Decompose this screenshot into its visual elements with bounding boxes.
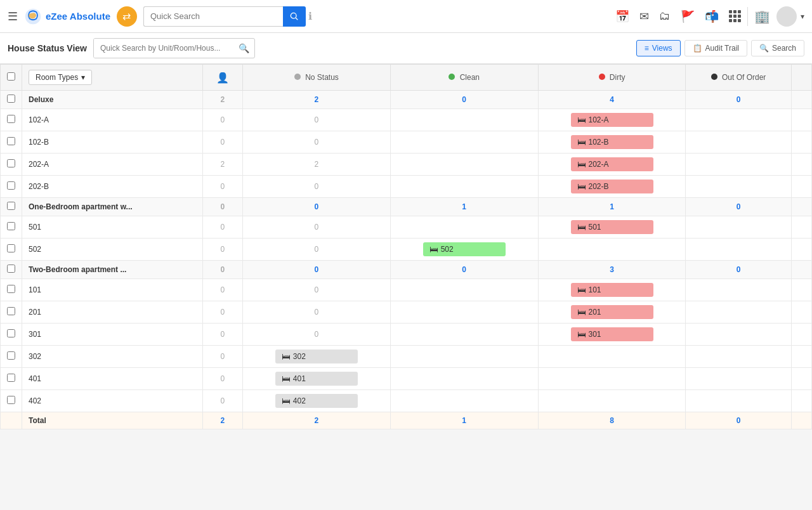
search-button[interactable]: 🔍 Search (751, 40, 804, 56)
house-status-table: Room Types ▾ 👤 No Status Clean (0, 64, 812, 429)
user-area[interactable]: ▾ (776, 6, 804, 27)
unit-search-wrap: 🔍 (93, 38, 255, 58)
group-nostatus: 0 (242, 198, 390, 216)
row-checkbox[interactable] (7, 374, 15, 382)
room-count: 0 (314, 285, 318, 294)
table-row: 501 0 0 🛏 501 (1, 216, 812, 239)
room-nostatus-cell: 🛏 402 (242, 390, 390, 412)
row-checkbox[interactable] (7, 115, 15, 123)
room-badge[interactable]: 🛏 401 (275, 372, 358, 386)
total-nostatus: 2 (242, 412, 390, 429)
row-checkbox[interactable] (7, 351, 15, 360)
group-checkbox[interactable] (7, 265, 15, 273)
select-all-checkbox[interactable] (7, 72, 15, 81)
room-ooo-cell (686, 324, 791, 346)
group-nostatus: 0 (242, 261, 390, 279)
row-checkbox[interactable] (7, 244, 15, 252)
room-badge[interactable]: 🛏 301 (571, 327, 653, 341)
room-nostatus-cell: 0 (242, 131, 390, 154)
room-guests: 0 (202, 346, 242, 368)
dirty-label: Dirty (610, 73, 625, 82)
archive-icon[interactable]: 🗂 (659, 10, 671, 23)
calendar-icon[interactable]: 📅 (615, 10, 629, 23)
group-ooo: 0 (686, 261, 791, 279)
row-checkbox[interactable] (7, 396, 15, 404)
room-ooo-cell (686, 131, 791, 154)
bed-icon: 🛏 (282, 396, 291, 406)
room-extra-cell (791, 324, 811, 346)
row-checkbox-cell (1, 390, 22, 412)
room-dirty-cell: 🛏 202-A (538, 154, 686, 176)
flag-icon[interactable]: 🚩 (681, 10, 695, 23)
col-clean-header: Clean (390, 65, 538, 91)
col-extra-header (791, 65, 811, 91)
room-count: 0 (314, 308, 318, 317)
room-badge[interactable]: 🛏 202-A (571, 157, 653, 171)
room-badge[interactable]: 🛏 302 (275, 350, 358, 363)
row-checkbox-cell (1, 239, 22, 261)
quick-search-input[interactable] (143, 6, 283, 27)
group-checkbox[interactable] (7, 95, 15, 103)
room-ooo-cell (686, 390, 791, 412)
group-extra (791, 261, 811, 279)
row-checkbox[interactable] (7, 137, 15, 145)
table-row: 102-A 0 0 🛏 102-A (1, 109, 812, 131)
row-checkbox-cell (1, 368, 22, 390)
logo-icon (24, 8, 42, 25)
info-icon[interactable]: ℹ (308, 10, 312, 22)
bed-icon: 🛏 (577, 285, 586, 295)
svg-point-1 (291, 13, 296, 18)
building-icon[interactable]: 🏢 (754, 9, 770, 24)
room-badge[interactable]: 🛏 102-A (571, 113, 653, 127)
row-checkbox[interactable] (7, 329, 15, 337)
room-count: 0 (314, 245, 318, 254)
room-badge[interactable]: 🛏 201 (571, 305, 653, 319)
bed-icon: 🛏 (577, 137, 586, 147)
room-badge[interactable]: 🛏 102-B (571, 135, 653, 149)
row-checkbox[interactable] (7, 222, 15, 230)
grid-icon[interactable] (729, 10, 741, 22)
room-badge[interactable]: 🛏 202-B (571, 180, 653, 193)
row-checkbox-cell (1, 301, 22, 324)
room-clean-cell: 🛏 502 (390, 239, 538, 261)
hamburger-menu[interactable]: ☰ (8, 10, 18, 23)
shuffle-button[interactable]: ⇄ (117, 6, 137, 27)
row-checkbox[interactable] (7, 285, 15, 293)
group-checkbox[interactable] (7, 202, 15, 210)
room-badge[interactable]: 🛏 402 (275, 394, 358, 408)
room-types-dropdown[interactable]: Room Types ▾ (29, 70, 92, 85)
bed-icon: 🛏 (282, 374, 291, 384)
views-icon: ≡ (645, 44, 649, 53)
table-row: 502 0 0 🛏 502 (1, 239, 812, 261)
chevron-down-icon: ▾ (801, 12, 804, 21)
col-checkbox-header (1, 65, 22, 91)
table-row: 202-B 0 0 🛏 202-B (1, 176, 812, 198)
room-name: 302 (22, 346, 203, 368)
envelope-icon[interactable]: ✉ (639, 10, 649, 23)
row-checkbox[interactable] (7, 181, 15, 190)
room-count: 0 (314, 223, 318, 232)
audit-trail-button[interactable]: 📋 Audit Trail (684, 40, 747, 56)
room-badge[interactable]: 🛏 501 (571, 220, 653, 234)
audit-icon: 📋 (693, 44, 702, 53)
row-checkbox[interactable] (7, 159, 15, 167)
views-button[interactable]: ≡ Views (636, 40, 681, 56)
group-guests: 2 (202, 91, 242, 109)
room-clean-cell (390, 131, 538, 154)
room-extra-cell (791, 216, 811, 239)
room-name: 402 (22, 390, 203, 412)
nostatus-label: No Status (305, 73, 339, 82)
quick-search-button[interactable] (283, 6, 306, 27)
row-checkbox-cell (1, 176, 22, 198)
room-name: 301 (22, 324, 203, 346)
room-extra-cell (791, 368, 811, 390)
room-guests: 0 (202, 368, 242, 390)
unit-search-icon[interactable]: 🔍 (233, 43, 254, 53)
room-dirty-cell: 🛏 501 (538, 216, 686, 239)
room-badge[interactable]: 🛏 101 (571, 283, 653, 297)
inbox-icon[interactable]: 📬 (705, 10, 719, 23)
row-checkbox[interactable] (7, 307, 15, 315)
room-badge[interactable]: 🛏 502 (423, 242, 506, 256)
room-ooo-cell (686, 109, 791, 131)
unit-search-input[interactable] (94, 39, 233, 58)
